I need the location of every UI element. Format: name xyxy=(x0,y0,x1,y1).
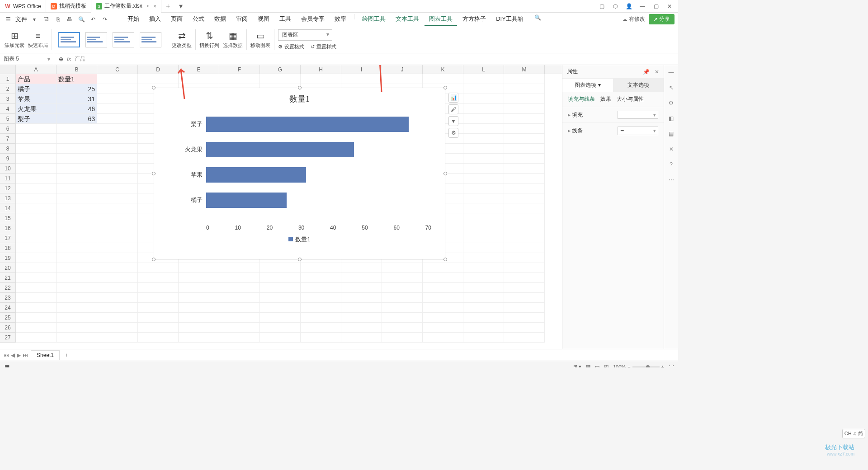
cell[interactable] xyxy=(504,323,545,333)
cell[interactable] xyxy=(504,203,545,213)
cell[interactable] xyxy=(341,273,382,283)
cell[interactable]: 苹果 xyxy=(16,94,57,104)
cell[interactable] xyxy=(219,74,260,84)
cell[interactable] xyxy=(463,84,504,94)
cell[interactable] xyxy=(463,134,504,144)
cell[interactable] xyxy=(97,233,138,243)
cell[interactable] xyxy=(179,263,219,273)
cell[interactable] xyxy=(97,303,138,313)
cell[interactable] xyxy=(423,283,463,293)
bar-fill[interactable] xyxy=(206,117,409,132)
cell[interactable] xyxy=(463,253,504,263)
cell[interactable] xyxy=(219,323,260,333)
row-header[interactable]: 7 xyxy=(0,134,16,144)
cell[interactable] xyxy=(341,293,382,303)
cell[interactable] xyxy=(341,283,382,293)
tab-wps[interactable]: W WPS Office xyxy=(0,0,46,13)
cell[interactable] xyxy=(219,273,260,283)
cell[interactable] xyxy=(219,263,260,273)
col-header[interactable]: G xyxy=(260,65,301,74)
cell[interactable] xyxy=(219,293,260,303)
cell[interactable] xyxy=(219,313,260,323)
cell[interactable] xyxy=(341,313,382,323)
print-icon[interactable]: 🖶 xyxy=(65,15,74,24)
cell[interactable] xyxy=(463,213,504,223)
tab-review[interactable]: 审阅 xyxy=(231,13,252,26)
cell[interactable] xyxy=(16,174,57,183)
app-icon[interactable]: ▢ xyxy=(598,2,606,10)
row-header[interactable]: 10 xyxy=(0,164,16,174)
cell[interactable] xyxy=(504,333,545,343)
cell[interactable] xyxy=(504,164,545,174)
view-grid-icon[interactable]: ▦ xyxy=(586,364,590,367)
cell[interactable] xyxy=(504,273,545,283)
cell[interactable] xyxy=(57,253,97,263)
cell[interactable] xyxy=(219,303,260,313)
col-header[interactable]: H xyxy=(301,65,341,74)
cell[interactable] xyxy=(97,193,138,203)
tab-page[interactable]: 页面 xyxy=(166,13,187,26)
tab-template[interactable]: D 找稻壳模板 xyxy=(46,0,91,13)
cell[interactable] xyxy=(57,333,97,343)
tab-workbook[interactable]: S 工作簿数量.xlsx • × xyxy=(91,0,161,13)
chart-object[interactable]: 数量1 梨子火龙果苹果橘子 010203040506070 数量1 📊 🖌 ▼ … xyxy=(154,88,445,259)
cell[interactable] xyxy=(260,74,301,84)
resize-handle[interactable] xyxy=(443,258,447,261)
resize-handle[interactable] xyxy=(152,86,156,89)
chevron-down-icon[interactable]: ▾ xyxy=(30,15,39,24)
preview-icon[interactable]: 🔍 xyxy=(77,15,86,24)
cell[interactable] xyxy=(57,124,97,134)
cell[interactable] xyxy=(504,293,545,303)
col-header[interactable]: B xyxy=(57,65,97,74)
row-header[interactable]: 15 xyxy=(0,213,16,223)
tab-formula[interactable]: 公式 xyxy=(188,13,209,26)
fill-select[interactable] xyxy=(618,111,658,119)
col-header[interactable]: J xyxy=(382,65,423,74)
cell[interactable] xyxy=(382,333,423,343)
row-header[interactable]: 17 xyxy=(0,233,16,243)
chart-legend[interactable]: 数量1 xyxy=(154,231,445,248)
cell[interactable]: 火龙果 xyxy=(16,104,57,114)
cell[interactable] xyxy=(57,154,97,164)
cell[interactable] xyxy=(179,293,219,303)
row-header[interactable]: 27 xyxy=(0,333,16,343)
cell[interactable] xyxy=(97,74,138,84)
row-header[interactable]: 3 xyxy=(0,94,16,104)
sheet-tab[interactable]: Sheet1 xyxy=(31,350,60,360)
cell[interactable] xyxy=(463,154,504,164)
avatar-icon[interactable]: 👤 xyxy=(625,2,633,10)
link-icon[interactable]: ✕ xyxy=(667,145,676,154)
cell[interactable] xyxy=(57,313,97,323)
tab-diy[interactable]: DIY工具箱 xyxy=(491,13,528,26)
cell[interactable] xyxy=(16,213,57,223)
resize-handle[interactable] xyxy=(298,258,302,261)
col-header[interactable]: E xyxy=(179,65,219,74)
settings-icon[interactable]: ⚙ xyxy=(667,99,676,108)
cell[interactable] xyxy=(463,124,504,134)
col-header[interactable]: M xyxy=(504,65,545,74)
cell[interactable] xyxy=(97,94,138,104)
cell[interactable] xyxy=(16,273,57,283)
cell[interactable] xyxy=(423,263,463,273)
row-header[interactable]: 18 xyxy=(0,243,16,253)
bar-fill[interactable] xyxy=(206,142,354,157)
cell[interactable] xyxy=(301,263,341,273)
zoom-icon[interactable]: ⊕ xyxy=(59,56,63,62)
chart-area-select[interactable]: 图表区 xyxy=(278,29,332,41)
reset-style-button[interactable]: ↺ 重置样式 xyxy=(311,43,336,50)
close-icon[interactable]: × xyxy=(153,3,156,9)
cell[interactable] xyxy=(504,233,545,243)
cell[interactable] xyxy=(138,313,179,323)
search-icon[interactable]: 🔍 xyxy=(533,13,542,22)
collapse-icon[interactable]: — xyxy=(667,68,676,77)
cell[interactable] xyxy=(97,144,138,154)
cell[interactable] xyxy=(504,124,545,134)
row-header[interactable]: 13 xyxy=(0,193,16,203)
cell[interactable] xyxy=(341,323,382,333)
cell[interactable] xyxy=(423,313,463,323)
cell[interactable] xyxy=(179,74,219,84)
cell[interactable] xyxy=(57,134,97,144)
cell[interactable] xyxy=(463,104,504,114)
tab-insert[interactable]: 插入 xyxy=(145,13,165,26)
cell[interactable] xyxy=(57,213,97,223)
